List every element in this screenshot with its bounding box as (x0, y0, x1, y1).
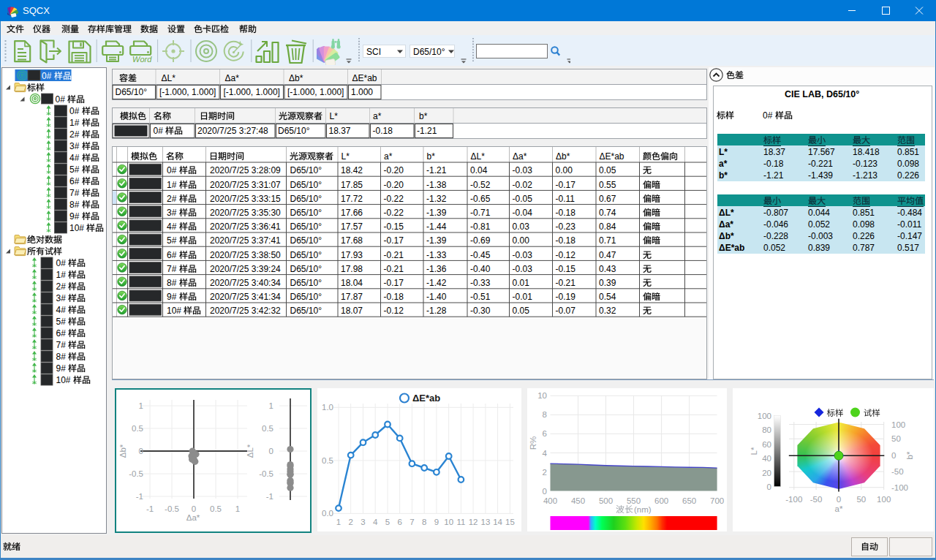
svg-text:10: 10 (444, 518, 453, 526)
svg-text:0: 0 (767, 483, 771, 491)
svg-text:0: 0 (192, 504, 196, 513)
svg-text:2: 2 (348, 518, 352, 526)
svg-text:1.0: 1.0 (322, 403, 333, 412)
svg-text:0: 0 (269, 447, 273, 455)
svg-text:-50: -50 (810, 495, 823, 504)
svg-text:0: 0 (837, 495, 841, 504)
svg-text:0.5: 0.5 (322, 456, 333, 465)
svg-text:L*: L* (750, 447, 758, 455)
svg-text:1: 1 (336, 518, 341, 526)
svg-text:1: 1 (139, 401, 143, 410)
svg-text:0: 0 (543, 487, 547, 496)
svg-text:0.0: 0.0 (322, 509, 333, 518)
svg-text:1: 1 (235, 504, 240, 513)
svg-text:ΔE*ab: ΔE*ab (412, 393, 440, 404)
svg-text:(nm): (nm) (634, 505, 652, 514)
svg-text:b*: b* (905, 451, 914, 459)
svg-text:-100: -100 (785, 495, 802, 504)
svg-text:4: 4 (373, 518, 378, 526)
svg-text:13: 13 (481, 518, 491, 526)
svg-text:7: 7 (410, 518, 414, 526)
svg-text:-100: -100 (891, 483, 908, 492)
svg-text:100: 100 (877, 495, 891, 504)
svg-text:80: 80 (762, 425, 771, 434)
svg-text:0: 0 (891, 451, 896, 460)
svg-text:8: 8 (543, 410, 547, 419)
svg-text:0.5: 0.5 (262, 424, 273, 433)
svg-text:8: 8 (422, 518, 426, 526)
svg-text:2: 2 (543, 468, 547, 477)
svg-text:60: 60 (762, 440, 771, 449)
svg-text:-0.5: -0.5 (165, 504, 179, 513)
svg-text:-1: -1 (136, 492, 143, 501)
svg-text:-50: -50 (891, 467, 904, 476)
svg-text:600: 600 (654, 496, 668, 505)
svg-text:50: 50 (856, 495, 866, 504)
svg-text:50: 50 (891, 434, 901, 443)
svg-text:11: 11 (456, 518, 465, 526)
svg-text:0.5: 0.5 (210, 504, 222, 513)
svg-text:5: 5 (385, 518, 390, 526)
svg-text:1: 1 (269, 401, 273, 410)
svg-text:0.5: 0.5 (132, 424, 143, 433)
svg-text:400: 400 (543, 496, 557, 505)
svg-text:R%: R% (529, 436, 537, 450)
svg-text:-0.5: -0.5 (129, 469, 143, 478)
svg-text:a*: a* (835, 504, 843, 513)
svg-text:20: 20 (762, 469, 771, 477)
svg-text:3: 3 (361, 518, 365, 526)
svg-text:40: 40 (762, 454, 771, 463)
svg-text:9: 9 (434, 518, 439, 526)
svg-text:14: 14 (493, 518, 502, 526)
svg-text:15: 15 (505, 518, 515, 526)
svg-text:100: 100 (891, 420, 905, 429)
svg-text:0: 0 (139, 447, 143, 455)
svg-text:450: 450 (571, 496, 585, 505)
svg-text:Δb*: Δb* (118, 444, 127, 458)
svg-text:Δa*: Δa* (186, 513, 200, 522)
svg-text:500: 500 (599, 496, 613, 505)
svg-text:-0.5: -0.5 (259, 469, 273, 478)
svg-text:550: 550 (627, 496, 641, 505)
svg-text:ΔL*: ΔL* (246, 444, 254, 458)
svg-text:6: 6 (397, 518, 401, 526)
svg-text:-1: -1 (146, 504, 154, 513)
svg-text:700: 700 (710, 496, 724, 505)
svg-text:6: 6 (543, 429, 547, 438)
svg-text:-1: -1 (266, 492, 273, 501)
svg-text:4: 4 (543, 449, 548, 458)
svg-text:650: 650 (682, 496, 696, 505)
svg-text:12: 12 (469, 518, 478, 526)
svg-text:100: 100 (758, 412, 771, 420)
svg-text:10: 10 (537, 391, 547, 400)
